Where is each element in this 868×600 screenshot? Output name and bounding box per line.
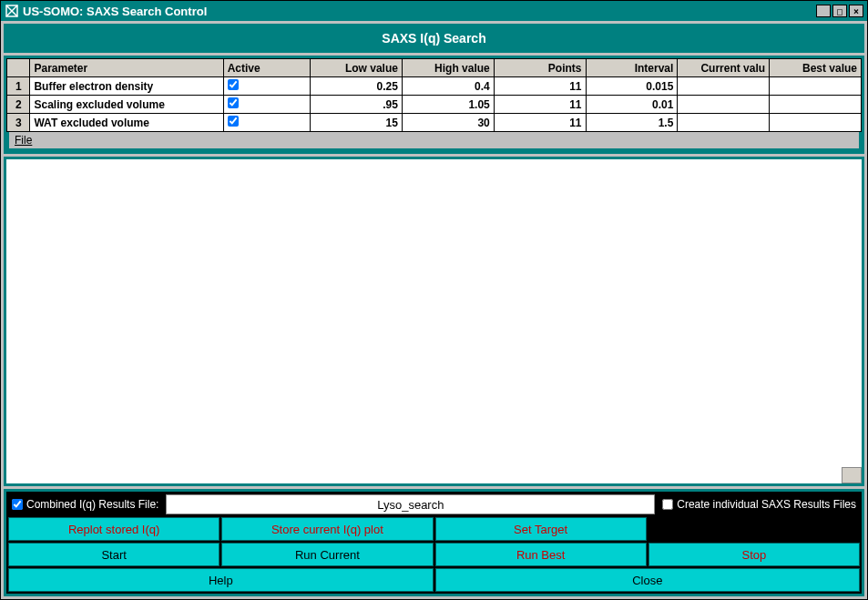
- bottom-panel: Combined I(q) Results File: Create indiv…: [4, 489, 864, 596]
- active-checkbox[interactable]: [228, 79, 239, 90]
- cell-interval[interactable]: 0.01: [586, 96, 678, 114]
- table-row: 2Scaling excluded volume.951.05110.01: [7, 96, 862, 114]
- col-points: Points: [494, 59, 586, 77]
- individual-results-check-wrap[interactable]: Create individual SAXS Results Files: [659, 493, 860, 515]
- cell-parameter[interactable]: Scaling excluded volume: [30, 96, 223, 114]
- cell-points[interactable]: 11: [494, 96, 586, 114]
- cell-low[interactable]: 15: [311, 114, 403, 132]
- individual-results-label: Create individual SAXS Results Files: [677, 498, 856, 511]
- plot-menubar: File: [6, 132, 862, 151]
- results-file-bar: Combined I(q) Results File: Create indiv…: [8, 493, 860, 515]
- button-row-3: Help Close: [8, 568, 860, 592]
- parameter-table-wrap: Parameter Active Low value High value Po…: [4, 56, 864, 154]
- panel-header: SAXS I(q) Search: [4, 24, 864, 53]
- cell-active[interactable]: [223, 114, 310, 132]
- plot-area: [4, 157, 864, 486]
- table-row: 1Buffer electron density0.250.4110.015: [7, 77, 862, 96]
- window-controls: _ □ ×: [816, 5, 863, 17]
- individual-results-checkbox[interactable]: [662, 499, 673, 510]
- run-best-button[interactable]: Run Best: [435, 543, 647, 566]
- app-window: US-SOMO: SAXS Search Control _ □ × SAXS …: [0, 0, 868, 600]
- close-panel-button[interactable]: Close: [435, 568, 861, 592]
- cell-parameter[interactable]: WAT excluded volume: [30, 114, 223, 132]
- col-high: High value: [402, 59, 494, 77]
- window-body: SAXS I(q) Search Parameter Active Low va…: [1, 21, 867, 599]
- cell-best[interactable]: [770, 114, 862, 132]
- table-row: 3WAT excluded volume1530111.5: [7, 114, 862, 132]
- app-icon: [5, 4, 19, 18]
- row-number: 2: [7, 96, 30, 114]
- cell-active[interactable]: [223, 96, 310, 114]
- help-button[interactable]: Help: [8, 568, 434, 592]
- titlebar: US-SOMO: SAXS Search Control _ □ ×: [1, 1, 867, 21]
- cell-points[interactable]: 11: [494, 77, 586, 96]
- empty-cell: [648, 517, 860, 541]
- cell-best[interactable]: [770, 96, 862, 114]
- cell-parameter[interactable]: Buffer electron density: [30, 77, 223, 96]
- combined-results-label: Combined I(q) Results File:: [26, 498, 158, 511]
- col-best: Best value: [770, 59, 862, 77]
- button-row-1: Replot stored I(q) Store current I(q) pl…: [8, 517, 860, 541]
- col-rownum: [7, 59, 30, 77]
- start-button[interactable]: Start: [8, 543, 220, 566]
- minimize-button[interactable]: _: [816, 5, 831, 17]
- cell-active[interactable]: [223, 77, 310, 96]
- col-current: Current valu: [678, 59, 770, 77]
- maximize-button[interactable]: □: [832, 5, 847, 17]
- col-parameter: Parameter: [30, 59, 223, 77]
- cell-current[interactable]: [678, 114, 770, 132]
- resize-handle-icon[interactable]: [842, 467, 862, 483]
- parameter-table: Parameter Active Low value High value Po…: [6, 58, 862, 132]
- col-active: Active: [223, 59, 310, 77]
- close-button[interactable]: ×: [849, 5, 863, 17]
- cell-interval[interactable]: 1.5: [586, 114, 678, 132]
- cell-high[interactable]: 0.4: [402, 77, 494, 96]
- window-title: US-SOMO: SAXS Search Control: [23, 5, 816, 18]
- cell-high[interactable]: 1.05: [402, 96, 494, 114]
- active-checkbox[interactable]: [228, 116, 239, 127]
- cell-current[interactable]: [678, 96, 770, 114]
- row-number: 1: [7, 77, 30, 96]
- results-filename-input[interactable]: [166, 494, 655, 514]
- cell-low[interactable]: 0.25: [311, 77, 403, 96]
- cell-low[interactable]: .95: [311, 96, 403, 114]
- cell-points[interactable]: 11: [494, 114, 586, 132]
- cell-high[interactable]: 30: [402, 114, 494, 132]
- col-low: Low value: [311, 59, 403, 77]
- combined-results-check-wrap[interactable]: Combined I(q) Results File:: [8, 493, 162, 515]
- combined-results-checkbox[interactable]: [12, 499, 23, 510]
- table-header-row: Parameter Active Low value High value Po…: [7, 59, 862, 77]
- active-checkbox[interactable]: [228, 97, 239, 108]
- store-plot-button[interactable]: Store current I(q) plot: [221, 517, 433, 541]
- stop-button[interactable]: Stop: [648, 543, 860, 566]
- row-number: 3: [7, 114, 30, 132]
- cell-best[interactable]: [770, 77, 862, 96]
- cell-current[interactable]: [678, 77, 770, 96]
- button-row-2: Start Run Current Run Best Stop: [8, 543, 860, 566]
- run-current-button[interactable]: Run Current: [221, 543, 433, 566]
- replot-button[interactable]: Replot stored I(q): [8, 517, 220, 541]
- cell-interval[interactable]: 0.015: [586, 77, 678, 96]
- set-target-button[interactable]: Set Target: [435, 517, 647, 541]
- file-menu[interactable]: File: [15, 134, 32, 147]
- col-interval: Interval: [586, 59, 678, 77]
